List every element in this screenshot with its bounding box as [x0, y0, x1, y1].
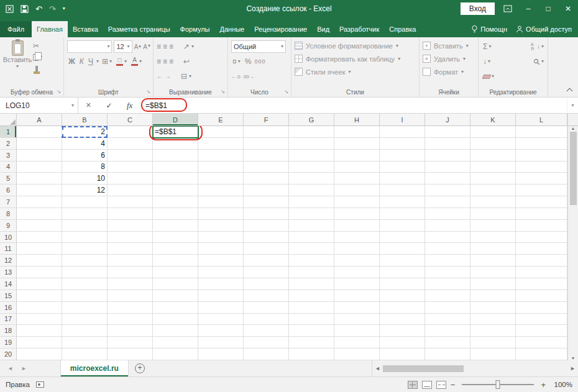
horizontal-scrollbar[interactable]: ◄ ► — [372, 360, 578, 376]
cell-L7[interactable] — [516, 196, 567, 208]
find-select-button[interactable]: ▾ — [532, 56, 545, 67]
row-header-17[interactable]: 17 — [0, 314, 17, 326]
cell-E1[interactable] — [198, 126, 244, 138]
next-sheet-icon[interactable]: ► — [21, 365, 27, 371]
cell-A5[interactable] — [17, 173, 62, 185]
cell-C7[interactable] — [108, 196, 153, 208]
cell-J19[interactable] — [425, 337, 470, 349]
font-color-button[interactable]: А▾ — [130, 56, 143, 67]
cell-K12[interactable] — [470, 255, 516, 267]
normal-view-button[interactable] — [408, 381, 418, 389]
cell-A7[interactable] — [17, 196, 62, 208]
cell-C3[interactable] — [108, 150, 153, 162]
expand-formula-bar-button[interactable]: ▾ — [567, 98, 578, 113]
cell-G11[interactable] — [289, 243, 334, 255]
cell-L1[interactable] — [516, 126, 567, 138]
minimize-button[interactable]: – — [518, 0, 538, 17]
cell-E3[interactable] — [198, 150, 244, 162]
cell-G16[interactable] — [289, 302, 334, 314]
cell-B7[interactable] — [62, 196, 108, 208]
cell-I2[interactable] — [380, 138, 425, 150]
cell-K3[interactable] — [470, 150, 516, 162]
cell-E15[interactable] — [198, 290, 244, 302]
cell-F4[interactable] — [244, 162, 289, 173]
cell-B8[interactable] — [62, 208, 108, 220]
cell-L18[interactable] — [516, 325, 567, 337]
cell-G19[interactable] — [289, 337, 334, 349]
cell-G7[interactable] — [289, 196, 334, 208]
cell-K20[interactable] — [470, 349, 516, 360]
cell-C16[interactable] — [108, 302, 153, 314]
paste-button[interactable]: Вставить ▾ — [3, 39, 32, 76]
cell-L13[interactable] — [516, 267, 567, 278]
assistant-button[interactable]: Помощн — [471, 25, 507, 33]
cell-A19[interactable] — [17, 337, 62, 349]
cell-A15[interactable] — [17, 290, 62, 302]
cell-H6[interactable] — [334, 185, 380, 196]
cell-C1[interactable] — [108, 126, 153, 138]
cell-B14[interactable] — [62, 278, 108, 290]
cell-G5[interactable] — [289, 173, 334, 185]
cell-F13[interactable] — [244, 267, 289, 278]
cell-D1[interactable]: =$B$1 — [153, 126, 198, 138]
cell-C4[interactable] — [108, 162, 153, 173]
dialog-launcher-icon[interactable] — [55, 88, 62, 95]
close-button[interactable]: ✕ — [558, 0, 578, 17]
cell-D18[interactable] — [153, 325, 198, 337]
cell-J7[interactable] — [425, 196, 470, 208]
cell-H17[interactable] — [334, 314, 380, 326]
zoom-slider[interactable] — [462, 384, 534, 385]
cell-E12[interactable] — [198, 255, 244, 267]
sheet-tab-microexcel[interactable]: microexcel.ru — [60, 360, 129, 376]
fill-color-button[interactable]: □▾ — [115, 56, 128, 67]
row-header-6[interactable]: 6 — [0, 185, 17, 196]
cell-D15[interactable] — [153, 290, 198, 302]
italic-button[interactable]: К — [78, 56, 85, 67]
column-header-H[interactable]: H — [334, 114, 380, 126]
cell-I17[interactable] — [380, 314, 425, 326]
cell-H4[interactable] — [334, 162, 380, 173]
cell-H7[interactable] — [334, 196, 380, 208]
format-as-table-button[interactable]: Форматировать как таблицу ▾ — [295, 52, 416, 65]
cell-I20[interactable] — [380, 349, 425, 360]
zoom-slider-thumb[interactable] — [496, 380, 500, 389]
cell-F16[interactable] — [244, 302, 289, 314]
select-all-corner[interactable] — [0, 114, 17, 126]
row-header-14[interactable]: 14 — [0, 278, 17, 290]
cell-J4[interactable] — [425, 162, 470, 173]
cell-J15[interactable] — [425, 290, 470, 302]
align-right-icon[interactable]: ≡ — [169, 58, 173, 65]
align-top-icon[interactable]: ≡ — [157, 43, 161, 50]
cell-J10[interactable] — [425, 232, 470, 244]
cell-H2[interactable] — [334, 138, 380, 150]
grow-font-button[interactable]: А▾ — [134, 43, 142, 50]
cell-K18[interactable] — [470, 325, 516, 337]
cell-D12[interactable] — [153, 255, 198, 267]
cell-H11[interactable] — [334, 243, 380, 255]
column-header-E[interactable]: E — [198, 114, 244, 126]
cell-L15[interactable] — [516, 290, 567, 302]
cell-J5[interactable] — [425, 173, 470, 185]
cell-E17[interactable] — [198, 314, 244, 326]
column-header-G[interactable]: G — [289, 114, 334, 126]
dialog-launcher-icon[interactable] — [283, 88, 290, 95]
cell-J9[interactable] — [425, 220, 470, 232]
fill-button[interactable]: ↓▾ — [482, 56, 492, 67]
cell-J8[interactable] — [425, 208, 470, 220]
cell-E5[interactable] — [198, 173, 244, 185]
cell-C17[interactable] — [108, 314, 153, 326]
scroll-right-icon[interactable]: ► — [570, 365, 576, 371]
increase-indent-icon[interactable]: → — [165, 73, 171, 80]
cell-D17[interactable] — [153, 314, 198, 326]
scroll-up-icon[interactable]: ▲ — [571, 126, 576, 130]
cell-I18[interactable] — [380, 325, 425, 337]
cell-I6[interactable] — [380, 185, 425, 196]
decrease-decimal-button[interactable]: .00→ — [242, 74, 254, 80]
cell-L17[interactable] — [516, 314, 567, 326]
tab-insert[interactable]: Вставка — [68, 21, 103, 37]
cell-A2[interactable] — [17, 138, 62, 150]
cell-K17[interactable] — [470, 314, 516, 326]
cell-E10[interactable] — [198, 232, 244, 244]
align-bottom-icon[interactable]: ≡ — [169, 43, 173, 50]
cell-G2[interactable] — [289, 138, 334, 150]
